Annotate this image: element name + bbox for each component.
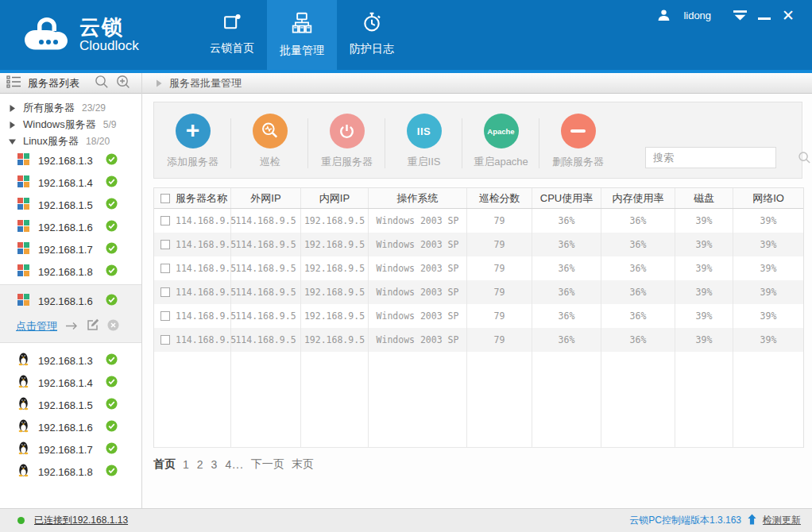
cell-value: 114.168.9.5	[235, 263, 296, 274]
table-cell: Windows 2003 SP	[369, 209, 467, 233]
delete-server-button[interactable]: 删除服务器	[539, 102, 617, 178]
app-logo: 云锁 Cloudlock	[22, 13, 139, 57]
sidebar-item-server[interactable]: 192.168.1.4	[0, 372, 141, 394]
table-cell: 36%	[532, 304, 601, 328]
row-checkbox[interactable]	[160, 287, 170, 297]
column-header-label: 磁盘	[694, 191, 714, 206]
app-subtitle: Cloudlock	[79, 38, 139, 54]
table-cell: 192.168.9.5	[301, 280, 369, 304]
linux-tux-icon	[17, 418, 29, 436]
table-cell: 192.168.9.5	[301, 209, 369, 233]
search-input[interactable]	[646, 152, 798, 164]
pagination-next[interactable]: 下一页	[251, 457, 284, 472]
column-header-0: 服务器名称	[154, 188, 231, 208]
row-checkbox[interactable]	[160, 264, 170, 273]
sidebar-item-server[interactable]: 192.168.1.7	[0, 238, 141, 260]
window-icon	[222, 12, 242, 35]
table-row[interactable]: 114.168.9.5114.168.9.5192.168.9.5Windows…	[154, 328, 803, 352]
table-row[interactable]: 114.168.9.5114.168.9.5192.168.9.5Windows…	[154, 280, 803, 304]
row-checkbox[interactable]	[160, 216, 170, 226]
pagination-page-4[interactable]: 4...	[225, 458, 243, 471]
search-icon[interactable]	[798, 151, 811, 164]
menu-dropdown-icon[interactable]	[733, 10, 747, 21]
sidebar-item-selected-server[interactable]: 192.168.1.6	[0, 292, 141, 310]
inspect-button[interactable]: 巡检	[231, 102, 308, 178]
table-row[interactable]: 114.168.9.5114.168.9.5192.168.9.5Windows…	[154, 256, 803, 280]
pagination-last[interactable]: 末页	[292, 457, 314, 472]
tree-group-count: 18/20	[86, 136, 110, 147]
row-checkbox[interactable]	[160, 240, 170, 249]
column-header-label: 外网IP	[250, 191, 280, 206]
sidebar-item-server[interactable]: 192.168.1.6	[0, 216, 141, 238]
sidebar-item-server[interactable]: 192.168.1.4	[0, 172, 141, 194]
tree-group-Linux服务器[interactable]: Linux服务器18/20	[0, 133, 141, 149]
cell-value: 192.168.9.5	[304, 287, 365, 298]
tab-批量管理[interactable]: 批量管理	[267, 0, 337, 73]
cell-value: 39%	[696, 239, 713, 250]
restart-iis-button[interactable]: IIS重启IIS	[385, 102, 462, 178]
cloudlock-logo-icon	[22, 13, 72, 57]
edit-server-icon[interactable]	[87, 318, 99, 334]
manage-link[interactable]: 点击管理	[16, 319, 57, 333]
check-update-link[interactable]: 检测更新	[763, 514, 801, 527]
sidebar-item-server[interactable]: 192.168.1.5	[0, 394, 141, 416]
cell-value: 79	[494, 263, 505, 274]
tree-group-label: Windows服务器	[23, 118, 96, 132]
selected-server-panel: 192.168.1.6 点击管理	[0, 284, 141, 343]
sidebar-item-server[interactable]: 192.168.1.5	[0, 194, 141, 216]
tab-防护日志[interactable]: 防护日志	[337, 0, 407, 73]
table-cell: 79	[467, 328, 532, 352]
sidebar-item-server[interactable]: 192.168.1.3	[0, 349, 141, 372]
table-row[interactable]: 114.168.9.5114.168.9.5192.168.9.5Windows…	[154, 209, 803, 233]
pagination-page-2[interactable]: 2	[197, 458, 204, 471]
column-header-label: 内网IP	[319, 191, 350, 206]
search-icon[interactable]	[95, 75, 109, 92]
table-cell: 114.168.9.5	[231, 209, 301, 233]
pagination-page-3[interactable]: 3	[211, 458, 218, 471]
sidebar-item-server[interactable]: 192.168.1.8	[0, 461, 141, 483]
power-icon	[330, 114, 365, 148]
sidebar-item-server[interactable]: 192.168.1.6	[0, 416, 141, 438]
iis-glyph: IIS	[417, 125, 431, 137]
cell-value: 114.168.9.5	[176, 287, 236, 298]
cell-value: 114.168.9.5	[235, 310, 296, 322]
goto-arrow-icon[interactable]	[65, 319, 79, 333]
tree-group-所有服务器[interactable]: 所有服务器23/29	[0, 99, 141, 116]
restart-apache-button[interactable]: Apache重启apache	[462, 102, 539, 178]
minimize-button[interactable]	[758, 11, 771, 20]
sidebar-item-server[interactable]: 192.168.1.8	[0, 260, 141, 283]
row-checkbox[interactable]	[160, 311, 170, 321]
column-header-label: 巡检分数	[479, 191, 520, 206]
content: +添加服务器巡检重启服务器IIS重启IISApache重启apache删除服务器…	[142, 94, 812, 472]
table-cell: 36%	[532, 256, 601, 280]
connection-link[interactable]: 已连接到192.168.1.13	[34, 514, 128, 527]
cell-value: 79	[494, 310, 505, 322]
pagination-first[interactable]: 首页	[153, 457, 176, 472]
table-row[interactable]: 114.168.9.5114.168.9.5192.168.9.5Windows…	[154, 233, 803, 256]
add-server-button[interactable]: +添加服务器	[154, 102, 231, 178]
select-all-checkbox[interactable]	[160, 194, 170, 203]
table-row[interactable]: 114.168.9.5114.168.9.5192.168.9.5Windows…	[154, 304, 803, 328]
main-nav: 云锁首页批量管理防护日志	[197, 0, 407, 70]
table-cell: Windows 2003 SP	[369, 304, 467, 328]
close-button[interactable]: ✕	[782, 10, 795, 22]
search-plus-icon[interactable]	[116, 75, 130, 92]
row-checkbox[interactable]	[160, 335, 170, 345]
empty-cell	[675, 352, 733, 447]
tab-云锁首页[interactable]: 云锁首页	[197, 0, 267, 73]
cell-value: 39%	[760, 239, 777, 250]
cell-value: 36%	[559, 263, 575, 274]
sidebar-item-server[interactable]: 192.168.1.3	[0, 149, 141, 172]
cell-value: Windows 2003 SP	[377, 287, 459, 298]
selected-server-ip: 192.168.1.6	[38, 295, 97, 307]
sidebar-item-server[interactable]: 192.168.1.7	[0, 438, 141, 461]
linux-tux-icon	[17, 374, 29, 391]
table-cell: 36%	[601, 280, 675, 304]
column-header-8: 网络IO	[733, 188, 803, 208]
restart-server-button[interactable]: 重启服务器	[308, 102, 385, 178]
pagination-page-1[interactable]: 1	[183, 458, 190, 471]
remove-server-icon[interactable]	[107, 319, 119, 334]
tree-group-Windows服务器[interactable]: Windows服务器5/9	[0, 116, 141, 133]
empty-cell	[154, 352, 231, 447]
version-text: 云锁PC控制端版本1.3.163	[629, 514, 741, 527]
